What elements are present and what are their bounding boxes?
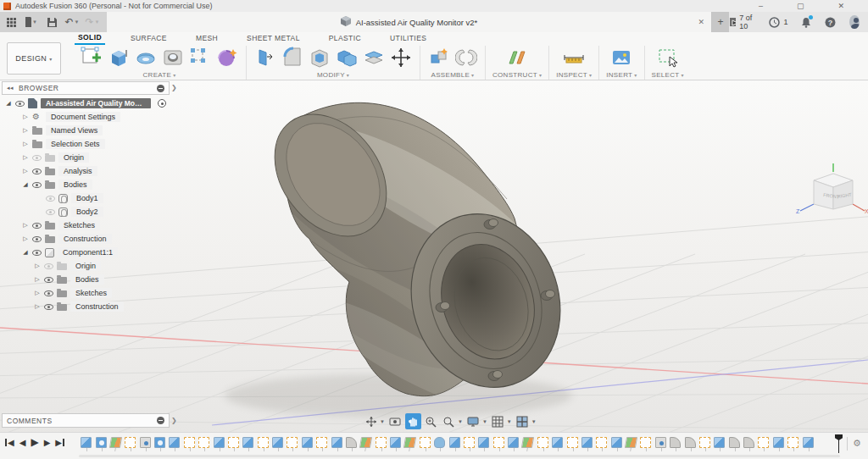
visibility-eye-icon[interactable] xyxy=(15,101,25,107)
expand-arrow-icon[interactable]: ▷ xyxy=(34,290,41,296)
expand-arrow-icon[interactable]: ▷ xyxy=(22,141,29,147)
create-sketch-icon[interactable] xyxy=(80,46,103,69)
visibility-eye-icon[interactable] xyxy=(32,223,42,229)
timeline-feature-extrude[interactable] xyxy=(803,437,814,448)
timeline-feature-hole[interactable] xyxy=(140,437,151,448)
timeline-feature-extrude[interactable] xyxy=(478,437,489,448)
timeline-position-marker[interactable] xyxy=(835,434,843,453)
timeline-feature-fillet[interactable] xyxy=(685,437,696,448)
timeline-feature-extrude[interactable] xyxy=(390,437,401,448)
construct-plane-icon[interactable] xyxy=(505,46,529,69)
timeline-feature-plane[interactable] xyxy=(359,437,372,448)
visibility-eye-icon[interactable] xyxy=(32,169,42,174)
timeline-settings-gear-icon[interactable]: ⚙ xyxy=(853,438,861,449)
tree-item-component-bodies[interactable]: ▷ Bodies xyxy=(2,273,176,286)
notifications-bell[interactable] xyxy=(801,17,811,28)
press-pull-icon[interactable] xyxy=(253,46,277,69)
visibility-eye-icon[interactable] xyxy=(46,196,55,202)
construct-group-label[interactable]: CONSTRUCT xyxy=(492,71,542,79)
tree-item-root-document[interactable]: ◢ AI-assisted Air Quality Monit... xyxy=(2,97,176,110)
visibility-eye-icon[interactable] xyxy=(44,263,53,269)
file-menu-icon[interactable]: ▼ xyxy=(25,16,37,28)
panel-grip[interactable]: ❯ xyxy=(171,84,177,91)
timeline-feature-sketch[interactable] xyxy=(198,437,209,448)
tree-item-component-construction[interactable]: ▷ Construction xyxy=(2,300,176,313)
recent-documents[interactable]: 1 xyxy=(769,17,787,28)
panel-collapse-icon[interactable]: ◂◂ xyxy=(7,85,14,91)
timeline-feature-extrude[interactable] xyxy=(773,437,784,448)
viewports-dropdown-icon[interactable]: ▼ xyxy=(531,419,537,424)
tab-utilities[interactable]: UTILITIES xyxy=(387,33,430,44)
tab-close-icon[interactable]: ✕ xyxy=(698,18,704,26)
insert-group-label[interactable]: INSERT xyxy=(606,71,637,79)
tree-item-document-settings[interactable]: ▷ ⚙ Document Settings xyxy=(2,110,176,124)
orbit-dropdown-icon[interactable]: ▼ xyxy=(380,419,385,424)
timeline-feature-sketch[interactable] xyxy=(287,437,298,448)
tree-item-component1[interactable]: ◢ Component1:1 xyxy=(2,246,176,259)
expand-arrow-icon[interactable]: ▷ xyxy=(22,154,29,161)
timeline-feature-sketch[interactable] xyxy=(316,437,327,448)
look-at-icon[interactable] xyxy=(387,413,403,429)
fit-icon[interactable] xyxy=(441,413,457,429)
expand-arrow-icon[interactable]: ▷ xyxy=(22,222,29,229)
timeline-feature-sketch[interactable] xyxy=(125,437,136,448)
timeline-go-to-end-button[interactable]: ▶ xyxy=(55,438,64,447)
tree-item-body1[interactable]: Body1 xyxy=(2,191,176,205)
select-group-label[interactable]: SELECT xyxy=(652,71,684,79)
timeline-feature-sketch[interactable] xyxy=(567,437,578,448)
browser-panel-header[interactable]: ◂◂ BROWSER xyxy=(2,81,170,95)
tree-item-sketches[interactable]: ▷ Sketches xyxy=(2,218,176,232)
visibility-eye-icon[interactable] xyxy=(44,304,53,310)
avatar[interactable] xyxy=(849,15,860,29)
comments-toggle-icon[interactable] xyxy=(157,417,164,424)
measure-icon[interactable] xyxy=(562,46,586,69)
expand-arrow-icon[interactable]: ▷ xyxy=(34,276,41,283)
panel-display-toggle-icon[interactable] xyxy=(157,85,164,92)
timeline-feature-extrude[interactable] xyxy=(242,437,253,448)
tab-sheet-metal[interactable]: SHEET METAL xyxy=(243,33,303,44)
timeline-feature-plane[interactable] xyxy=(403,437,416,448)
tab-plastic[interactable]: PLASTIC xyxy=(326,33,364,44)
expand-arrow-icon[interactable]: ▷ xyxy=(22,113,29,120)
visibility-eye-icon[interactable] xyxy=(44,277,53,283)
timeline-feature-extrude[interactable] xyxy=(169,437,180,448)
comments-panel[interactable]: COMMENTS xyxy=(2,413,170,428)
timeline-feature-sketch[interactable] xyxy=(258,437,269,448)
display-settings-icon[interactable] xyxy=(465,413,481,429)
timeline-feature-plane[interactable] xyxy=(109,437,122,448)
visibility-eye-icon[interactable] xyxy=(32,250,42,256)
create-group-label[interactable]: CREATE xyxy=(143,71,176,79)
create-form-icon[interactable] xyxy=(215,46,239,69)
insert-image-icon[interactable] xyxy=(609,46,633,69)
tree-item-construction[interactable]: ▷ Construction xyxy=(2,232,176,246)
expand-arrow-icon[interactable]: ◢ xyxy=(22,181,29,188)
document-tab[interactable]: AI-assisted Air Quality Monitor v2* ✕ xyxy=(107,12,712,32)
comments-grip[interactable]: ❯ xyxy=(171,417,177,424)
tree-item-component-sketches[interactable]: ▷ Sketches xyxy=(2,286,176,300)
expand-arrow-icon[interactable]: ▷ xyxy=(22,168,29,174)
save-icon[interactable] xyxy=(46,16,58,28)
timeline-feature-sketch[interactable] xyxy=(758,437,769,448)
timeline-feature-form[interactable] xyxy=(434,437,445,448)
visibility-eye-icon[interactable] xyxy=(32,182,42,188)
timeline-feature-fillet[interactable] xyxy=(346,437,357,448)
timeline-feature-sketch[interactable] xyxy=(640,437,651,448)
visibility-eye-icon[interactable] xyxy=(46,209,55,215)
timeline-feature-sketch[interactable] xyxy=(596,437,607,448)
minimize-button[interactable]: – xyxy=(759,2,763,10)
timeline-feature-extrude[interactable] xyxy=(214,437,225,448)
timeline-feature-sketch[interactable] xyxy=(184,437,195,448)
tree-item-selection-sets[interactable]: ▷ Selection Sets xyxy=(2,137,176,151)
view-cube[interactable]: FRONT RIGHT Z X xyxy=(795,163,868,224)
combine-icon[interactable] xyxy=(335,46,359,69)
expand-arrow-icon[interactable]: ◢ xyxy=(5,100,12,107)
joint-icon[interactable] xyxy=(454,46,478,69)
timeline-feature-extrude[interactable] xyxy=(449,437,460,448)
tree-item-bodies[interactable]: ◢ Bodies xyxy=(2,178,176,191)
help-button[interactable]: ? xyxy=(825,17,836,28)
maximize-button[interactable]: ▢ xyxy=(797,2,804,10)
timeline-feature-shell[interactable] xyxy=(96,437,107,448)
timeline-feature-extrude[interactable] xyxy=(714,437,725,448)
timeline-feature-sketch[interactable] xyxy=(464,437,475,448)
timeline-feature-extrude[interactable] xyxy=(81,437,92,448)
